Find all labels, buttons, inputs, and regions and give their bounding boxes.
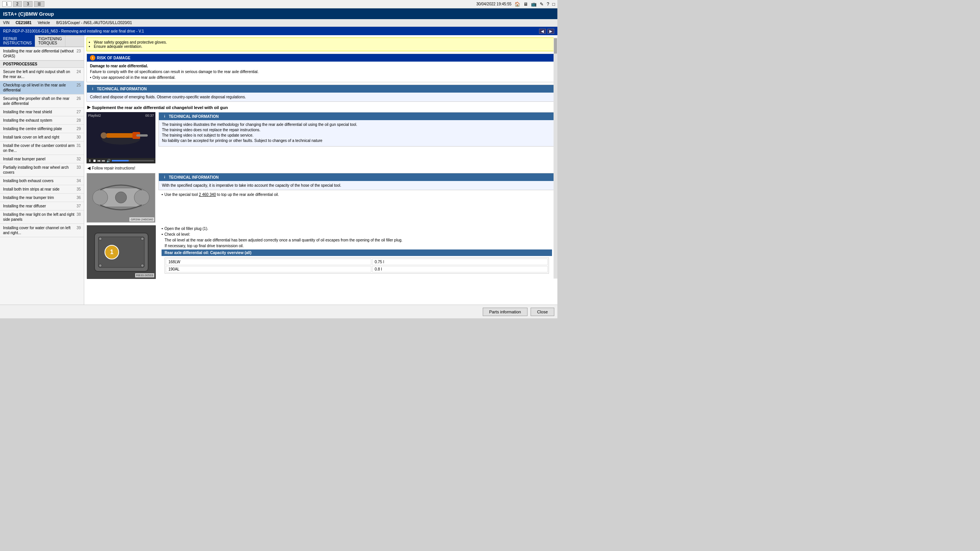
svg-point-4: [101, 132, 107, 139]
risk-header: ! RISK OF DAMAGE: [87, 54, 555, 62]
vin-label: VIN: [3, 21, 10, 25]
video-controls: ⏸ ⏹ ⏮ ⏭ 🔊: [87, 158, 155, 163]
sidebar-item-num-10: 32: [77, 156, 81, 161]
tab-bar: REPAIRINSTRUCTIONS TIGHTENINGTORQUES: [0, 35, 84, 47]
monitor-icon[interactable]: 📺: [531, 2, 537, 7]
oil-desc: The oil level at the rear axle different…: [165, 238, 552, 242]
risk-box: ! RISK OF DAMAGE Damage to rear axle dif…: [87, 54, 555, 82]
edit-icon[interactable]: ✎: [540, 2, 544, 7]
close-button[interactable]: Close: [531, 308, 554, 316]
special-tool-text: Use the special tool 2 460 340 to top up…: [165, 192, 279, 197]
image-2-label: GRSW-2460340: [129, 217, 154, 222]
sidebar-item-7[interactable]: Installing the centre stiffening plate 2…: [0, 125, 84, 133]
svg-point-9: [134, 190, 150, 205]
sidebar-item-text-17: Installing cover for water channel on le…: [3, 225, 75, 235]
sidebar-item-14[interactable]: Installing the rear bumper trim 36: [0, 194, 84, 202]
home-icon[interactable]: 🏠: [514, 2, 520, 7]
video-tech-bullet-3: The training video is not subject to the…: [162, 133, 552, 137]
tech-body-2: With the specified capacity, it is imper…: [159, 181, 555, 190]
progress-bar[interactable]: [112, 160, 154, 161]
sidebar-item-num-9: 31: [77, 143, 81, 148]
display-icon[interactable]: 🖥: [523, 2, 528, 7]
image-2-svg: [87, 173, 155, 222]
tab-repair-instructions[interactable]: REPAIRINSTRUCTIONS: [0, 35, 35, 47]
sidebar-item-text-11: Partially installing both rear wheel arc…: [3, 165, 75, 175]
prev-btn[interactable]: ⏮: [97, 159, 101, 163]
vol-btn[interactable]: 🔊: [106, 159, 111, 163]
sidebar-item-num-6: 28: [77, 118, 81, 123]
sidebar-item-3[interactable]: Check/top up oil level in the rear axle …: [0, 81, 84, 95]
vin-bar: VIN CE21681 Vehicle 8/G16/Coupe/ - /N63,…: [0, 19, 557, 27]
sidebar-item-4[interactable]: Securing the propeller shaft on the rear…: [0, 95, 84, 108]
sidebar-item-15[interactable]: Installing the rear diffuser 37: [0, 202, 84, 210]
tech-header-text-1: TECHNICAL INFORMATION: [97, 87, 147, 91]
sidebar-item-num-7: 29: [77, 126, 81, 131]
sidebar-item-2[interactable]: Secure the left and right output shaft o…: [0, 68, 84, 81]
tab-tightening-torques[interactable]: TIGHTENINGTORQUES: [35, 35, 65, 47]
sidebar-item-16[interactable]: Installing the rear light on the left an…: [0, 210, 84, 224]
tab-3[interactable]: 3: [23, 1, 33, 7]
follow-repair-text: Follow repair instructions!: [92, 166, 135, 170]
video-thumb[interactable]: Playlist2 00:37: [87, 112, 155, 158]
oil-topup: If necessary, top up final drive transmi…: [165, 244, 552, 248]
title-bar-right: 30/04/2022 19:45:55 🏠 🖥 📺 ✎ ? □: [476, 2, 555, 7]
supplement-text: Supplement the rear axle differential oi…: [92, 105, 228, 110]
risk-body: Damage to rear axle differential. Failur…: [87, 62, 555, 82]
tech-body-1: Collect and dispose of emerging fluids. …: [87, 93, 555, 101]
sidebar-item-6[interactable]: Installing the exhaust system 28: [0, 116, 84, 125]
sidebar-item-8[interactable]: Install tank cover on left and right 30: [0, 133, 84, 142]
video-tech-bullet-4: No liability can be accepted for printin…: [162, 139, 552, 143]
tech-header-2: i TECHNICAL INFORMATION: [159, 173, 555, 181]
sidebar-item-5[interactable]: Installing the rear heat shield 27: [0, 108, 84, 116]
menu-icon-btn[interactable]: ☰: [34, 1, 44, 7]
warning-bullet-2: Ensure adequate ventilation.: [94, 44, 552, 49]
tech-icon-1: i: [90, 86, 95, 91]
sidebar-item-1[interactable]: Installing the rear axle differential (w…: [0, 47, 84, 60]
image-container-2: GRSW-2460340: [87, 173, 155, 223]
sidebar-item-11[interactable]: Partially installing both rear wheel arc…: [0, 163, 84, 177]
sidebar-item-text-7: Installing the centre stiffening plate: [3, 126, 75, 131]
sidebar-item-num-1: 23: [77, 49, 81, 54]
sidebar-item-text-9: Install the cover of the camber control …: [3, 143, 75, 153]
main-area: REPAIRINSTRUCTIONS TIGHTENINGTORQUES Ins…: [0, 35, 557, 305]
help-icon[interactable]: ?: [547, 2, 549, 7]
image-2-tech-box: i TECHNICAL INFORMATION With the specifi…: [158, 173, 555, 223]
prev-arrow[interactable]: ◀: [539, 29, 546, 34]
sidebar-item-10[interactable]: Install rear bumper panel 32: [0, 155, 84, 163]
capacity-table-header: Rear axle differential oil: Capacity ove…: [162, 249, 552, 256]
sidebar-item-13[interactable]: Install both trim strips at rear side 35: [0, 185, 84, 194]
tab-2[interactable]: 2: [13, 1, 22, 7]
next-arrow[interactable]: ▶: [547, 29, 554, 34]
play-btn[interactable]: ⏸: [88, 159, 91, 163]
risk-bullet: • Only use approved oil in the rear axle…: [90, 75, 552, 80]
video-thumbnail-svg: [87, 112, 155, 158]
sidebar-item-num-13: 35: [77, 187, 81, 192]
sidebar-item-num-4: 26: [77, 96, 81, 101]
sidebar: REPAIRINSTRUCTIONS TIGHTENINGTORQUES Ins…: [0, 35, 84, 305]
tech-box-1: i TECHNICAL INFORMATION Collect and disp…: [87, 85, 555, 102]
sidebar-item-num-17: 39: [77, 225, 81, 230]
next-btn[interactable]: ⏭: [102, 159, 105, 163]
sidebar-item-12[interactable]: Installing both exhaust covers 34: [0, 177, 84, 185]
timestamp: 30/04/2022 19:45:55: [476, 2, 511, 6]
sidebar-item-text-8: Install tank cover on left and right: [3, 135, 75, 140]
sidebar-item-9[interactable]: Install the cover of the camber control …: [0, 142, 84, 155]
sidebar-item-text-5: Installing the rear heat shield: [3, 109, 75, 114]
parts-info-button[interactable]: Parts information: [483, 308, 528, 316]
oil-bullet-1: Open the oil filler plug (1).: [162, 227, 552, 231]
value-1: 0.75 l: [372, 259, 548, 265]
maximize-icon[interactable]: □: [552, 2, 555, 7]
capacity-table: 168LW 0.75 l 190AL 0.8 l: [165, 258, 549, 274]
oil-image-container: 1 RB33.00533: [87, 225, 155, 279]
video-time: 00:37: [145, 114, 154, 117]
sidebar-section-postprocesses: POSTPROCESSES: [0, 60, 84, 68]
tab-1[interactable]: 1: [2, 1, 11, 7]
video-tech-bullet-1: The training video illustrates the metho…: [162, 122, 552, 127]
video-row: Playlist2 00:37: [87, 112, 555, 163]
sidebar-item-17[interactable]: Installing cover for water channel on le…: [0, 224, 84, 237]
video-tech-header: i TECHNICAL INFORMATION: [159, 112, 555, 120]
stop-btn[interactable]: ⏹: [93, 159, 96, 163]
title-bar-tabs: 1 2 3 ☰: [2, 1, 44, 7]
sidebar-item-text-13: Install both trim strips at rear side: [3, 187, 75, 192]
video-container: Playlist2 00:37: [87, 112, 155, 163]
